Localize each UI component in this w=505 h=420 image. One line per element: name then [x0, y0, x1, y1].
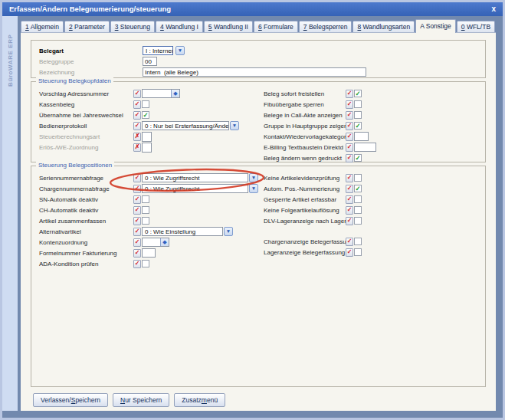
zusatzmenu-button[interactable]: Zusatzmenü	[174, 393, 225, 407]
permission-check-icon[interactable]: ✓	[346, 90, 353, 98]
permission-check-icon[interactable]: ✓	[346, 238, 353, 246]
tab-5-wandlung-2[interactable]: 5 Wandlung II	[204, 21, 253, 32]
chevron-down-icon[interactable]: ▼	[224, 227, 233, 236]
form-row: Artikel zusammenfassen ✓	[31, 215, 264, 226]
permission-check-icon[interactable]: ✓	[133, 206, 141, 215]
permission-check-icon[interactable]: ✓	[346, 122, 353, 130]
field-label: Alternativartikel	[31, 228, 133, 235]
ada-kondition-checkbox[interactable]	[142, 260, 149, 267]
beleg-sofort-freistellen-checkbox[interactable]: ✓	[354, 90, 362, 97]
permission-check-icon[interactable]: ✓	[346, 100, 353, 109]
lageranzeige-checkbox[interactable]	[354, 248, 362, 256]
field-label: DLV-Lageranzeige nach Lagerort	[264, 218, 346, 225]
kassenbeleg-checkbox[interactable]	[142, 100, 149, 108]
permission-check-icon[interactable]: ✓	[133, 249, 141, 258]
field-label: Beleg sofort freistellen	[264, 90, 346, 97]
close-icon[interactable]: x	[491, 2, 496, 15]
permission-check-icon[interactable]: ✓	[346, 185, 353, 193]
bezeichnung-input[interactable]: Intern (alle Belege)	[143, 67, 366, 77]
permission-blocked-icon[interactable]: ✗	[133, 143, 141, 152]
beleg-aendern-gedruckt-checkbox[interactable]: ✓	[354, 154, 362, 162]
steuerberechnungsart-input[interactable]	[142, 132, 152, 142]
permission-blocked-icon[interactable]: ✗	[133, 133, 141, 141]
bedienerprotokoll-select[interactable]: 0 : Nur bei Ersterfassung/Änderung	[142, 121, 229, 130]
chevron-down-icon[interactable]: ▼	[230, 121, 239, 130]
formelnummer-input[interactable]	[142, 248, 156, 258]
tab-0-wfl-tb[interactable]: 0 WFL/TB	[457, 21, 495, 32]
form-row: Belege in Call-Akte anzeigen ✓	[264, 110, 485, 120]
ebilling-textbaustein-input[interactable]	[354, 143, 376, 152]
dlv-lageranzeige-checkbox[interactable]	[354, 217, 362, 225]
gesperrte-artikel-checkbox[interactable]	[354, 195, 362, 203]
tab-6-formulare[interactable]: 6 Formulare	[254, 21, 298, 32]
form-row: Kontakt/Wiedervorlagekategorie ✓	[264, 131, 485, 142]
form-row: CH-Automatik deaktiv ✓	[31, 205, 264, 215]
section-legend: Steuerung Belegpositionen	[36, 162, 114, 169]
autom-pos-nummerierung-checkbox[interactable]: ✓	[354, 185, 362, 192]
permission-check-icon[interactable]: ✓	[133, 111, 141, 120]
chargenanzeige-checkbox[interactable]	[354, 238, 362, 245]
permission-check-icon[interactable]: ✓	[133, 260, 141, 268]
field-label: Seriennummernabfrage	[31, 175, 133, 182]
form-row: Gruppe in Hauptgruppe zeigen ✓ ✓	[264, 120, 485, 131]
tab-8-wandlungsarten[interactable]: 8 Wandlungsarten	[353, 21, 415, 32]
permission-check-icon[interactable]: ✓	[133, 122, 141, 130]
beleggruppe-input[interactable]: 00	[143, 57, 157, 66]
chevron-down-icon[interactable]: ▼	[175, 46, 185, 55]
permission-check-icon[interactable]: ✓	[133, 195, 141, 204]
verlassen-speichern-button[interactable]: Verlassen/Speichern	[33, 393, 108, 407]
tab-4-wandlung-1[interactable]: 4 Wandlung I	[156, 21, 203, 32]
permission-check-icon[interactable]: ✓	[133, 174, 141, 182]
chargennummernabfrage-select[interactable]: 0 : Wie Zugriffsrecht	[142, 184, 248, 193]
permission-check-icon[interactable]: ✓	[133, 90, 141, 98]
permission-check-icon[interactable]: ✓	[346, 143, 353, 152]
ch-automatik-checkbox[interactable]	[142, 206, 149, 214]
chevron-down-icon[interactable]: ▼	[249, 184, 258, 193]
form-row: SN-Automatik deaktiv ✓	[31, 194, 264, 205]
tab-7-belegsperren[interactable]: 7 Belegsperren	[299, 21, 353, 32]
kontenzuordnung-spin-input[interactable]: ◆	[142, 238, 169, 247]
permission-check-icon[interactable]: ✓	[346, 154, 353, 162]
tab-3-steuerung[interactable]: 3 Steuerung	[110, 21, 155, 32]
belegart-select[interactable]: I : Interner	[143, 46, 173, 55]
permission-check-icon[interactable]: ✓	[133, 228, 141, 236]
seriennummernabfrage-select[interactable]: 0 : Wie Zugriffsrecht	[142, 173, 248, 182]
tab-a-sonstige[interactable]: A Sonstige	[415, 19, 456, 33]
permission-check-icon[interactable]: ✓	[346, 217, 353, 225]
permission-check-icon[interactable]: ✓	[133, 100, 141, 109]
keine-artikelevidenz-checkbox[interactable]	[354, 174, 362, 182]
sn-automatik-checkbox[interactable]	[142, 195, 149, 203]
permission-check-icon[interactable]: ✓	[346, 206, 353, 215]
alternativartikel-select[interactable]: 0 : Wie Einstellung	[142, 227, 223, 236]
section-legend: Steuerung Belegkopfdaten	[36, 77, 113, 85]
kontakt-wiedervorlage-input[interactable]	[354, 132, 369, 141]
field-label: Belegart	[31, 48, 142, 54]
form-row: DLV-Lageranzeige nach Lagerort ✓	[264, 215, 485, 226]
jahreswechsel-checkbox[interactable]: ✓	[142, 111, 149, 119]
tab-1-allgemein[interactable]: 1 Allgemein	[21, 21, 64, 32]
gruppe-hauptgruppe-checkbox[interactable]: ✓	[354, 122, 362, 130]
fibuuebergabe-sperren-checkbox[interactable]	[354, 100, 362, 108]
spinner-icon[interactable]: ◆	[171, 90, 179, 97]
erloes-we-zuordnung-input[interactable]	[142, 143, 152, 153]
keine-folgeartikel-checkbox[interactable]	[354, 206, 362, 214]
field-label: Beleg ändern wenn gedruckt	[264, 155, 346, 162]
window-title: Erfassen/Ändern Belegnumerierung/steueru…	[9, 5, 171, 13]
spinner-icon[interactable]: ◆	[160, 238, 169, 246]
document-type-box: Belegart I : Interner ▼ Beleggruppe 00 B…	[31, 40, 486, 78]
permission-check-icon[interactable]: ✓	[133, 185, 141, 193]
nur-speichern-button[interactable]: Nur Speichern	[113, 393, 169, 407]
permission-check-icon[interactable]: ✓	[133, 217, 141, 225]
permission-check-icon[interactable]: ✓	[346, 111, 353, 120]
artikel-zusammenfassen-checkbox[interactable]	[142, 217, 149, 225]
permission-check-icon[interactable]: ✓	[346, 195, 353, 204]
permission-check-icon[interactable]: ✓	[133, 238, 141, 247]
permission-check-icon[interactable]: ✓	[346, 174, 353, 182]
title-bar: Erfassen/Ändern Belegnumerierung/steueru…	[2, 2, 503, 16]
permission-check-icon[interactable]: ✓	[346, 248, 353, 257]
adressnummer-spin-input[interactable]: ◆	[142, 89, 180, 98]
belege-call-akte-checkbox[interactable]	[354, 111, 362, 119]
tab-2-parameter[interactable]: 2 Parameter	[64, 21, 110, 32]
permission-check-icon[interactable]: ✓	[346, 133, 353, 141]
chevron-down-icon[interactable]: ▼	[249, 173, 258, 182]
